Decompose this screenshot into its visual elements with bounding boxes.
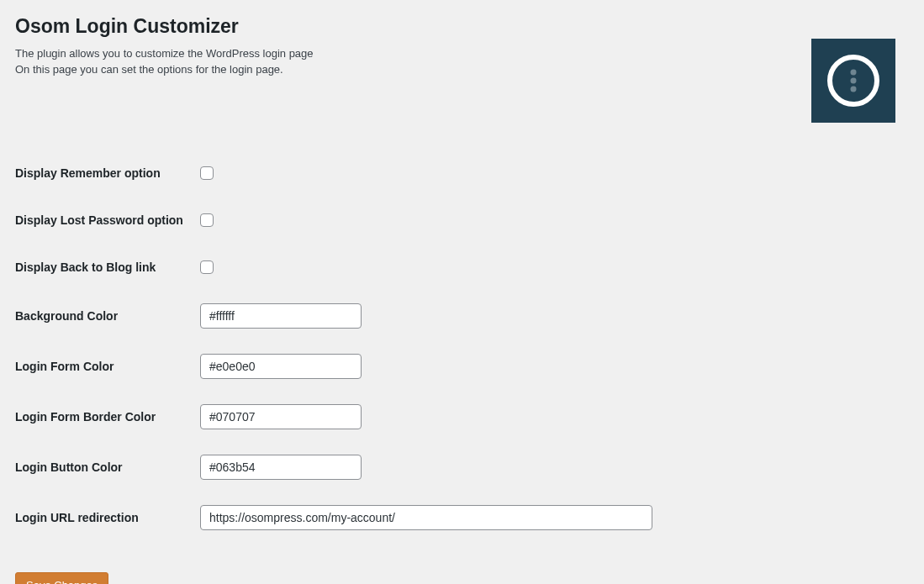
page-description: The plugin allows you to customize the W… — [15, 46, 909, 78]
login-button-color-input[interactable] — [200, 455, 362, 480]
display-lost-password-checkbox[interactable] — [200, 213, 214, 227]
login-button-color-label: Login Button Color — [15, 442, 200, 492]
login-form-border-color-label: Login Form Border Color — [15, 392, 200, 442]
more-vertical-icon — [826, 53, 881, 108]
display-remember-checkbox[interactable] — [200, 166, 214, 180]
plugin-logo — [811, 39, 895, 123]
svg-point-2 — [851, 78, 857, 84]
background-color-label: Background Color — [15, 291, 200, 341]
background-color-input[interactable] — [200, 303, 362, 329]
login-url-redirection-label: Login URL redirection — [15, 492, 200, 543]
svg-point-1 — [851, 70, 857, 76]
settings-form: Display Remember option Display Lost Pas… — [15, 150, 909, 543]
login-form-border-color-input[interactable] — [200, 404, 362, 429]
login-url-redirection-input[interactable] — [200, 505, 652, 530]
svg-point-3 — [851, 87, 857, 92]
login-form-color-input[interactable] — [200, 354, 362, 379]
page-title: Osom Login Customizer — [15, 15, 909, 38]
page-description-line2: On this page you can set the options for… — [15, 63, 283, 76]
display-back-to-blog-label: Display Back to Blog link — [15, 244, 200, 291]
save-changes-button[interactable]: Save Changes — [15, 572, 108, 584]
display-back-to-blog-checkbox[interactable] — [200, 260, 214, 274]
page-description-line1: The plugin allows you to customize the W… — [15, 47, 314, 60]
display-remember-label: Display Remember option — [15, 150, 200, 197]
login-form-color-label: Login Form Color — [15, 341, 200, 392]
display-lost-password-label: Display Lost Password option — [15, 197, 200, 244]
